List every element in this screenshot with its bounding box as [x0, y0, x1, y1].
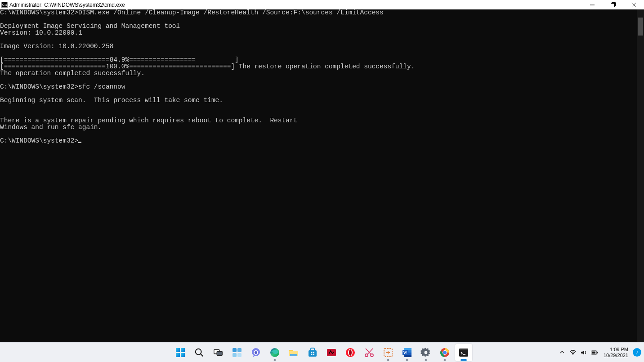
taskbar-item-edge[interactable] — [266, 344, 283, 361]
taskbar-center: W — [172, 344, 472, 361]
search-icon — [194, 347, 205, 358]
wifi-icon[interactable] — [569, 349, 577, 356]
minimize-button[interactable] — [582, 0, 603, 9]
svg-rect-10 — [233, 353, 237, 357]
taskbar-item-app-red[interactable] — [323, 344, 340, 361]
chrome-icon — [439, 347, 450, 358]
maximize-icon — [611, 2, 616, 7]
start-icon — [175, 347, 186, 358]
svg-point-5 — [196, 349, 201, 354]
terminal-output: C:\WINDOWS\system32>DISM.exe /Online /Cl… — [0, 9, 644, 144]
clock-time: 1:09 PM — [604, 347, 628, 353]
svg-rect-17 — [290, 354, 297, 356]
clock[interactable]: 1:09 PM 10/29/2021 — [604, 347, 628, 358]
window-controls — [582, 0, 644, 9]
widgets-icon — [232, 347, 242, 358]
task-view-icon — [213, 347, 224, 358]
svg-rect-22 — [313, 353, 314, 355]
close-icon — [631, 3, 636, 7]
svg-rect-0 — [611, 4, 614, 7]
window-title: Administrator: C:\WINDOWS\system32\cmd.e… — [9, 2, 125, 8]
svg-rect-20 — [313, 352, 314, 353]
opera-icon — [345, 347, 356, 358]
taskbar-item-chrome[interactable] — [436, 344, 453, 361]
terminal-cursor — [78, 142, 81, 143]
svg-rect-40 — [459, 349, 468, 350]
svg-rect-7 — [217, 351, 222, 355]
taskbar-item-start[interactable] — [172, 344, 189, 361]
teams-chat-icon — [250, 347, 261, 358]
svg-text:W: W — [403, 350, 407, 355]
close-button[interactable] — [623, 0, 644, 9]
taskbar-item-widgets[interactable] — [228, 344, 246, 361]
svg-rect-3 — [176, 353, 180, 357]
svg-rect-1 — [176, 348, 180, 352]
cmd-app-icon: C:\ — [1, 2, 8, 8]
svg-point-41 — [572, 354, 573, 355]
word-icon: W — [402, 347, 412, 358]
file-explorer-icon — [288, 347, 299, 358]
tray-chevron-icon[interactable] — [559, 349, 566, 356]
snipping-tool-icon — [383, 347, 394, 358]
taskbar-item-search[interactable] — [191, 344, 208, 361]
taskbar-item-file-explorer[interactable] — [285, 344, 302, 361]
app-red-icon — [326, 347, 337, 358]
svg-rect-18 — [309, 350, 317, 357]
clock-date: 10/29/2021 — [604, 353, 628, 358]
taskbar-item-opera[interactable] — [342, 344, 359, 361]
taskbar-item-microsoft-store[interactable] — [304, 344, 321, 361]
svg-rect-8 — [233, 348, 237, 352]
svg-point-26 — [349, 349, 352, 356]
svg-rect-11 — [237, 353, 242, 357]
svg-rect-4 — [181, 353, 185, 357]
taskbar-item-command-prompt[interactable] — [455, 344, 472, 361]
battery-icon[interactable] — [591, 349, 598, 356]
snip-sketch-icon — [364, 347, 375, 358]
svg-rect-21 — [311, 353, 312, 355]
maximize-button[interactable] — [603, 0, 623, 9]
edge-icon — [269, 347, 280, 358]
taskbar-item-task-view[interactable] — [210, 344, 227, 361]
taskbar-item-settings[interactable] — [417, 344, 434, 361]
taskbar-item-snipping-tool[interactable] — [380, 344, 397, 361]
minimize-icon — [590, 3, 595, 7]
title-bar: C:\ Administrator: C:\WINDOWS\system32\c… — [0, 0, 644, 9]
taskbar-item-teams-chat[interactable] — [247, 344, 264, 361]
taskbar: W 1:09 PM 10/29/2021 7 — [0, 342, 644, 362]
terminal-area[interactable]: C:\WINDOWS\system32>DISM.exe /Online /Cl… — [0, 9, 644, 342]
scroll-thumb[interactable] — [638, 18, 643, 36]
microsoft-store-icon — [307, 347, 318, 358]
settings-icon — [420, 347, 431, 358]
taskbar-item-snip-sketch[interactable] — [361, 344, 378, 361]
svg-rect-2 — [181, 348, 185, 352]
taskbar-item-word[interactable]: W — [398, 344, 416, 361]
system-tray: 1:09 PM 10/29/2021 7 — [559, 347, 641, 358]
notification-badge[interactable]: 7 — [633, 348, 641, 357]
svg-rect-19 — [311, 352, 312, 353]
svg-rect-43 — [597, 352, 598, 353]
svg-point-14 — [255, 351, 257, 354]
command-prompt-icon — [458, 347, 469, 358]
svg-rect-9 — [237, 348, 242, 352]
scrollbar[interactable] — [637, 9, 644, 342]
volume-icon[interactable] — [580, 349, 587, 356]
svg-point-38 — [443, 351, 447, 354]
svg-rect-44 — [592, 351, 595, 353]
